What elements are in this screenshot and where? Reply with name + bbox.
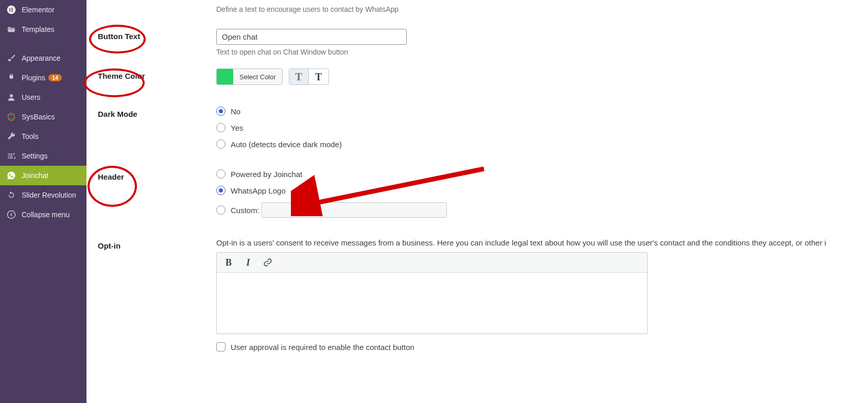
optin-desc: Opt-in is a users' consent to receive me… bbox=[216, 238, 868, 247]
dark-mode-yes[interactable]: Yes bbox=[216, 123, 868, 132]
radio-icon bbox=[216, 139, 225, 149]
header-whatsapp[interactable]: WhatsApp Logo bbox=[216, 186, 868, 195]
radio-icon bbox=[216, 107, 225, 116]
bold-icon[interactable]: B bbox=[223, 257, 234, 268]
radio-icon bbox=[216, 205, 225, 215]
plugins-update-badge: 14 bbox=[48, 74, 62, 81]
sidebar-item-label: Joinchat bbox=[22, 171, 48, 180]
row-dark-mode: Dark Mode No Yes Auto (detects device da… bbox=[86, 107, 868, 169]
sidebar-item-label: Plugins bbox=[22, 74, 45, 82]
button-text-input[interactable] bbox=[216, 29, 407, 45]
folder-open-icon bbox=[6, 24, 16, 34]
editor-toolbar: B I bbox=[217, 253, 647, 273]
label-header: Header bbox=[98, 169, 216, 181]
label-optin: Opt-in bbox=[98, 238, 216, 250]
sidebar-item-templates[interactable]: Templates bbox=[0, 20, 86, 39]
row-optin: Opt-in Opt-in is a users' consent to rec… bbox=[86, 238, 868, 364]
radio-label: No bbox=[231, 107, 240, 116]
link-icon[interactable] bbox=[262, 257, 273, 268]
sidebar-item-label: Slider Revolution bbox=[22, 191, 76, 199]
sidebar-item-label: Tools bbox=[22, 132, 39, 141]
plug-icon bbox=[6, 73, 16, 83]
svg-point-5 bbox=[10, 94, 13, 97]
refresh-icon bbox=[6, 190, 16, 200]
admin-sidebar: Elementor Templates Appearance Plugins 1… bbox=[0, 0, 86, 403]
svg-rect-3 bbox=[11, 9, 13, 10]
optin-editor: B I bbox=[216, 252, 648, 334]
sidebar-item-label: Collapse menu bbox=[22, 211, 70, 219]
cta-description: Define a text to encourage users to cont… bbox=[216, 5, 868, 13]
header-powered[interactable]: Powered by Joinchat bbox=[216, 169, 868, 179]
sidebar-item-plugins[interactable]: Plugins 14 bbox=[0, 68, 86, 87]
sliders-icon bbox=[6, 151, 16, 161]
row-header: Header Powered by Joinchat WhatsApp Logo… bbox=[86, 169, 868, 238]
svg-rect-1 bbox=[9, 8, 10, 12]
radio-icon bbox=[216, 169, 225, 179]
sidebar-item-tools[interactable]: Tools bbox=[0, 127, 86, 146]
user-icon bbox=[6, 92, 16, 102]
header-custom-input[interactable] bbox=[262, 202, 447, 218]
checkbox-label: User approval is required to enable the … bbox=[231, 343, 414, 352]
sidebar-item-appearance[interactable]: Appearance bbox=[0, 48, 86, 68]
svg-point-6 bbox=[8, 113, 15, 120]
sidebar-item-settings[interactable]: Settings bbox=[0, 146, 86, 166]
whatsapp-icon bbox=[6, 170, 16, 181]
row-button-text: Button Text Text to open chat on Chat Wi… bbox=[86, 29, 868, 68]
italic-icon[interactable]: I bbox=[242, 257, 254, 268]
settings-panel: Define a text to encourage users to cont… bbox=[86, 0, 868, 364]
sidebar-item-users[interactable]: Users bbox=[0, 87, 86, 107]
sidebar-item-label: Templates bbox=[22, 25, 55, 33]
radio-icon bbox=[216, 123, 225, 132]
radio-label: Yes bbox=[231, 124, 243, 132]
label-dark-mode: Dark Mode bbox=[98, 107, 216, 118]
editor-textarea[interactable] bbox=[217, 273, 647, 334]
svg-rect-2 bbox=[11, 8, 13, 9]
select-color-button[interactable]: Select Color bbox=[233, 69, 282, 84]
dark-mode-auto[interactable]: Auto (detects device dark mode) bbox=[216, 139, 868, 149]
radio-label: Auto (detects device dark mode) bbox=[231, 140, 342, 149]
label-theme-color: Theme Color bbox=[98, 68, 216, 80]
radio-label: Powered by Joinchat bbox=[231, 170, 302, 179]
color-swatch bbox=[217, 69, 233, 84]
brush-icon bbox=[6, 53, 16, 63]
sidebar-item-elementor[interactable]: Elementor bbox=[0, 0, 86, 20]
text-light-option[interactable]: T bbox=[289, 69, 309, 84]
sidebar-item-label: Elementor bbox=[22, 6, 55, 14]
header-custom[interactable]: Custom: bbox=[216, 202, 868, 218]
sidebar-item-label: SysBasics bbox=[22, 113, 55, 121]
sidebar-item-joinchat[interactable]: Joinchat bbox=[0, 166, 86, 185]
sidebar-item-slider-revolution[interactable]: Slider Revolution bbox=[0, 185, 86, 205]
svg-point-8 bbox=[8, 211, 15, 219]
elementor-icon bbox=[6, 5, 16, 15]
radio-icon bbox=[216, 186, 225, 195]
label-button-text: Button Text bbox=[98, 29, 216, 41]
sidebar-item-collapse[interactable]: Collapse menu bbox=[0, 205, 86, 224]
optin-approval[interactable]: User approval is required to enable the … bbox=[216, 342, 868, 352]
radio-label: WhatsApp Logo bbox=[231, 186, 286, 195]
color-picker[interactable]: Select Color bbox=[216, 68, 283, 85]
sidebar-item-label: Appearance bbox=[22, 54, 61, 62]
sidebar-item-sysbasics[interactable]: SysBasics bbox=[0, 107, 86, 127]
svg-rect-4 bbox=[11, 11, 13, 12]
button-text-desc: Text to open chat on Chat Window button bbox=[216, 48, 868, 56]
text-dark-option[interactable]: T bbox=[309, 69, 328, 84]
checkbox-icon bbox=[216, 342, 225, 352]
radio-label: Custom: bbox=[231, 206, 259, 215]
sphere-icon bbox=[6, 112, 16, 122]
row-theme-color: Theme Color Select Color T T bbox=[86, 68, 868, 107]
text-color-toggle: T T bbox=[289, 68, 329, 85]
sidebar-item-label: Settings bbox=[22, 152, 48, 160]
svg-point-7 bbox=[8, 115, 15, 118]
sidebar-item-label: Users bbox=[22, 93, 41, 101]
collapse-icon bbox=[6, 209, 16, 220]
wrench-icon bbox=[6, 131, 16, 142]
dark-mode-no[interactable]: No bbox=[216, 107, 868, 116]
